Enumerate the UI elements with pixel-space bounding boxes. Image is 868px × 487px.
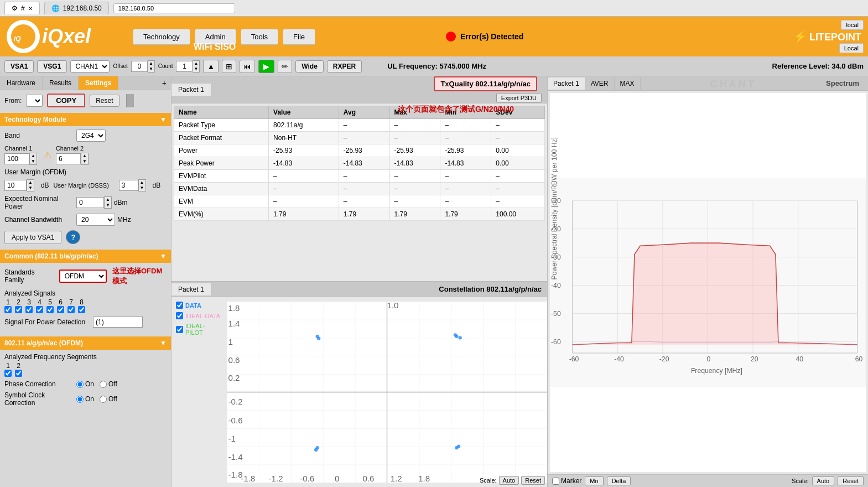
packet1-tab-quality[interactable]: Packet 1 — [171, 84, 211, 96]
tools-btn[interactable]: Tools — [241, 29, 278, 45]
const-auto-btn[interactable]: Auto — [499, 476, 519, 485]
chan-select[interactable]: CHAN1 — [70, 60, 110, 72]
tab-settings[interactable]: Settings — [79, 76, 118, 90]
symbol-off-radio[interactable] — [100, 396, 107, 403]
legend-ideal-pilot-check[interactable] — [176, 326, 183, 333]
wide-btn[interactable]: Wide — [295, 60, 324, 72]
browser-tab1[interactable]: ⚙ # ✕ — [4, 2, 40, 14]
packet1-tab-const[interactable]: Packet 1 — [171, 283, 211, 296]
rxper-btn[interactable]: RXPER — [327, 60, 362, 72]
ofdm-collapse[interactable]: ▼ — [160, 339, 167, 347]
phase-on-label: On — [85, 380, 94, 388]
ch2-up[interactable]: ▲ — [81, 153, 88, 159]
play-btn[interactable]: ▶ — [258, 60, 274, 73]
signal-check-1[interactable] — [4, 306, 12, 313]
exp-nom-power-input[interactable]: 0 — [76, 197, 104, 208]
delta-btn[interactable]: Delta — [607, 476, 631, 485]
symbol-on-radio[interactable] — [76, 396, 84, 403]
from-select[interactable] — [26, 95, 43, 107]
tab-results[interactable]: Results — [43, 76, 79, 90]
offset-down[interactable]: ▼ — [148, 66, 154, 72]
table-cell: Non-HT — [269, 132, 339, 144]
freq-check-2[interactable] — [15, 370, 22, 377]
user-margin-ofdm-input[interactable]: 10 — [4, 180, 27, 191]
spec-tab-packet1[interactable]: Packet 1 — [548, 77, 585, 90]
count-spinner[interactable]: 1 ▲ ▼ — [176, 60, 200, 72]
signal-power-input[interactable]: (1) — [93, 317, 143, 328]
auto-scale-btn[interactable]: Auto — [812, 476, 835, 485]
count-down[interactable]: ▼ — [193, 66, 199, 72]
reset-btn[interactable]: Reset — [90, 95, 119, 107]
ofdm-margin-up[interactable]: ▲ — [27, 180, 34, 185]
channel-bw-select[interactable]: 20 — [76, 214, 115, 226]
symbol-off-option[interactable]: Off — [100, 395, 117, 403]
tab-hardware[interactable]: Hardware — [0, 76, 43, 90]
signal-check-6[interactable] — [57, 306, 64, 313]
apply-vsa1-btn[interactable]: Apply to VSA1 — [4, 231, 61, 244]
signal-check-5[interactable] — [46, 306, 54, 313]
ch2-down[interactable]: ▼ — [81, 159, 88, 164]
local-top-btn[interactable]: local — [841, 20, 864, 30]
spec-tab-max[interactable]: MAX — [615, 77, 641, 90]
pencil-btn[interactable]: ✏ — [278, 60, 292, 73]
exp-power-up[interactable]: ▲ — [105, 197, 111, 203]
marker-check-input[interactable] — [552, 478, 559, 485]
vsa1-btn[interactable]: VSA1 — [4, 60, 34, 72]
offset-spinner[interactable]: 0 ▲ ▼ — [131, 60, 155, 72]
copy-btn[interactable]: COPY — [47, 94, 85, 107]
mn-btn[interactable]: Mn — [585, 476, 603, 485]
phase-off-option[interactable]: Off — [100, 380, 117, 388]
prev-btn[interactable]: ⏮ — [240, 60, 255, 73]
signal-check-7[interactable] — [67, 306, 75, 313]
dsss-margin-down[interactable]: ▼ — [139, 185, 145, 191]
expand-btn[interactable]: + — [158, 76, 171, 90]
technology-btn[interactable]: Technology — [133, 29, 190, 45]
signal-check-4[interactable] — [36, 306, 43, 313]
dsss-db-label: dB — [153, 182, 161, 189]
file-btn[interactable]: File — [283, 29, 315, 45]
count-up[interactable]: ▲ — [193, 61, 199, 66]
ch2-input[interactable]: 6 — [56, 153, 81, 164]
const-reset-btn[interactable]: Reset — [521, 476, 545, 485]
standards-family-select[interactable]: OFDM — [59, 270, 107, 283]
error-text: Error(s) Detected — [460, 32, 523, 41]
phase-on-option[interactable]: On — [76, 380, 94, 388]
tab1-close[interactable]: ✕ — [28, 6, 33, 12]
dsss-margin-up[interactable]: ▲ — [139, 180, 145, 185]
browser-url-bar[interactable]: 192.168.0.50 — [113, 3, 235, 13]
calc-btn[interactable]: ⊞ — [222, 60, 236, 73]
up-btn[interactable]: ▲ — [203, 60, 219, 73]
legend-data-check[interactable] — [176, 302, 183, 309]
phase-off-radio[interactable] — [100, 381, 107, 388]
tech-module-collapse[interactable]: ▼ — [160, 116, 167, 123]
vsg1-btn[interactable]: VSG1 — [37, 60, 67, 72]
signal-check-8[interactable] — [78, 306, 85, 313]
ofdm-margin-down[interactable]: ▼ — [27, 185, 34, 191]
user-margin-dsss-input[interactable]: 3 — [119, 180, 138, 191]
help-btn[interactable]: ? — [66, 230, 80, 244]
offset-up[interactable]: ▲ — [148, 61, 154, 66]
symbol-on-option[interactable]: On — [76, 395, 94, 403]
legend-ideal-data-check[interactable] — [176, 312, 183, 319]
reset-scale-btn[interactable]: Reset — [838, 476, 864, 485]
svg-text:-60: -60 — [569, 355, 579, 363]
chant-watermark-top: CHANT — [211, 82, 430, 97]
signal-check-2[interactable] — [15, 306, 22, 313]
signal-check-3[interactable] — [25, 306, 33, 313]
ch1-up[interactable]: ▲ — [30, 153, 37, 159]
exp-power-down[interactable]: ▼ — [105, 203, 111, 208]
band-select[interactable]: 2G4 — [76, 129, 106, 142]
scrollbar-top[interactable] — [126, 94, 134, 107]
ch1-input[interactable]: 100 — [4, 153, 29, 164]
ch1-down[interactable]: ▼ — [30, 159, 37, 164]
common-collapse[interactable]: ▼ — [160, 252, 167, 260]
offset-input[interactable]: 0 — [131, 61, 148, 72]
const-scale-row: Scale: Auto Reset — [480, 476, 545, 485]
local-bottom-btn[interactable]: Local — [839, 43, 864, 53]
phase-on-radio[interactable] — [76, 381, 84, 388]
browser-tab2[interactable]: 🌐 192.168.0.50 — [44, 2, 109, 14]
count-input[interactable]: 1 — [176, 61, 193, 72]
export-btn[interactable]: Export P3DU — [496, 93, 542, 103]
freq-check-1[interactable] — [4, 370, 12, 377]
spec-tab-aver[interactable]: AVER — [585, 77, 615, 90]
